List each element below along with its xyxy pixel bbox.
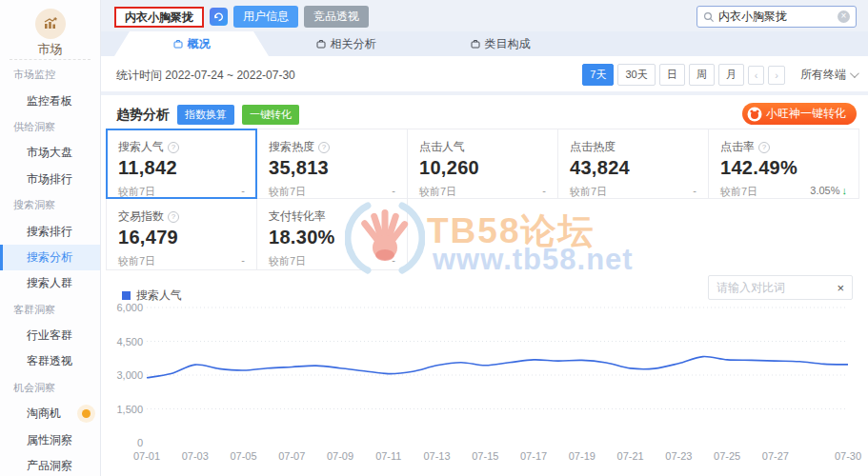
chevron-down-icon — [850, 69, 859, 78]
wangshen-mascot-icon — [747, 107, 762, 122]
x-tick-label: 07-17 — [520, 450, 547, 462]
metric-cards: 搜索人气? 11,842 较前7日- 搜索热度? 35,813 较前7日- 点击… — [106, 129, 863, 270]
one-key-convert-button[interactable]: 一键转化 — [242, 105, 299, 125]
y-tick-label: 0 — [137, 437, 143, 448]
sidebar-section-customer-insight: 客群洞察 — [0, 297, 100, 323]
x-tick-label: 07-27 — [762, 450, 789, 462]
y-tick-label: 1,500 — [116, 404, 143, 415]
sidebar: 市场 市场监控 监控看板 供给洞察 市场大盘 市场排行 搜索洞察 搜索排行 搜索… — [0, 0, 101, 476]
range-month-button[interactable]: 月 — [718, 64, 744, 86]
briefcase-icon — [316, 39, 326, 49]
y-tick-label: 4,500 — [116, 336, 143, 347]
metric-value: 142.49% — [720, 157, 847, 179]
range-day-button[interactable]: 日 — [659, 64, 685, 86]
sidebar-item-search-analysis[interactable]: 搜索分析 — [0, 245, 100, 270]
index-convert-button[interactable]: 指数换算 — [177, 105, 234, 125]
wangshen-convert-button[interactable]: 小旺神一键转化 — [742, 103, 857, 125]
sidebar-item-tao-opportunity[interactable]: 淘商机 — [0, 401, 100, 426]
x-tick-label: 07-01 — [133, 450, 160, 462]
metric-value: 11,842 — [118, 157, 245, 179]
sidebar-item-market-overview[interactable]: 市场大盘 — [0, 140, 100, 166]
sidebar-item-customer-perspective[interactable]: 客群透视 — [0, 348, 100, 374]
x-tick-label: 07-13 — [423, 450, 450, 462]
search-icon — [703, 11, 715, 23]
sidebar-item-industry-customers[interactable]: 行业客群 — [0, 323, 100, 348]
clear-search-icon[interactable]: × — [838, 10, 850, 23]
metric-value: 35,813 — [269, 157, 395, 179]
x-tick-label: 07-19 — [569, 450, 595, 462]
main-area: 内衣小胸聚拢 用户信息 竞品透视 × 概况 相关分析 类目构成 — [101, 0, 868, 476]
app-logo[interactable]: 市场 — [0, 0, 100, 53]
sidebar-section-opportunity-insight: 机会洞察 — [0, 375, 100, 401]
stat-time-label: 统计时间 2022-07-24 ~ 2022-07-30 — [116, 68, 295, 84]
plugin-icon[interactable] — [210, 8, 228, 26]
compare-word-box[interactable]: × — [708, 275, 853, 300]
metric-card-payment-conversion[interactable]: 支付转化率 18.30% 较前7日- — [256, 198, 408, 270]
tab-related-analysis[interactable]: 相关分析 — [269, 31, 423, 56]
info-icon[interactable]: ? — [168, 142, 179, 153]
search-input[interactable] — [718, 10, 834, 24]
x-tick-label: 07-15 — [472, 450, 498, 462]
x-tick-label: 07-25 — [714, 450, 740, 462]
metric-card-click-popularity[interactable]: 点击人气 10,260 较前7日- — [407, 129, 558, 199]
sidebar-item-monitor-board[interactable]: 监控看板 — [0, 88, 100, 113]
sidebar-section-search-insight: 搜索洞察 — [0, 192, 100, 218]
sidebar-item-product-insight[interactable]: 产品洞察 — [0, 453, 100, 476]
x-tick-label: 07-03 — [182, 450, 209, 462]
stats-time-row: 统计时间 2022-07-24 ~ 2022-07-30 7天 30天 日 周 … — [101, 56, 868, 91]
sidebar-divider — [10, 59, 91, 60]
notification-dot — [82, 409, 91, 418]
metric-value: 43,824 — [570, 157, 696, 179]
range-7d-button[interactable]: 7天 — [582, 64, 614, 86]
range-30d-button[interactable]: 30天 — [617, 64, 655, 86]
keyword-search-box[interactable]: × — [696, 6, 857, 28]
x-tick-label: 07-09 — [327, 450, 353, 462]
x-tick-label: 07-05 — [230, 450, 256, 462]
sidebar-section-market-monitor: 市场监控 — [0, 62, 100, 88]
x-tick-label: 07-30 — [835, 450, 861, 462]
metric-value: 10,260 — [419, 157, 546, 179]
range-week-button[interactable]: 周 — [689, 64, 715, 86]
info-icon[interactable]: ? — [758, 142, 770, 153]
competitor-view-button[interactable]: 竞品透视 — [304, 6, 369, 28]
metric-value: 18.30% — [269, 227, 395, 248]
metric-card-click-heat[interactable]: 点击热度 43,824 较前7日- — [557, 129, 709, 199]
legend-swatch — [122, 291, 131, 300]
next-period-button[interactable]: › — [768, 66, 785, 85]
x-tick-label: 07-23 — [665, 450, 692, 462]
clear-compare-icon[interactable]: × — [833, 281, 844, 295]
change-down-icon: ↓ — [842, 185, 848, 196]
user-info-button[interactable]: 用户信息 — [233, 6, 298, 28]
tab-overview[interactable]: 概况 — [114, 31, 269, 56]
info-icon[interactable]: ? — [318, 142, 330, 153]
metric-card-click-rate[interactable]: 点击率? 142.49% 较前7日3.05%↓ — [708, 129, 859, 199]
tab-category-composition[interactable]: 类目构成 — [423, 31, 577, 56]
briefcase-icon — [471, 39, 480, 49]
sidebar-item-market-ranking[interactable]: 市场排行 — [0, 167, 100, 192]
tab-bar: 概况 相关分析 类目构成 — [101, 31, 868, 56]
series-line — [147, 357, 848, 378]
sidebar-section-supply-insight: 供给洞察 — [0, 114, 100, 140]
keyword-highlight-box[interactable]: 内衣小胸聚拢 — [114, 7, 204, 28]
sidebar-item-attribute-insight[interactable]: 属性洞察 — [0, 426, 100, 452]
trend-title: 趋势分析 — [116, 107, 170, 124]
info-icon[interactable]: ? — [168, 211, 179, 223]
x-tick-label: 07-21 — [617, 450, 644, 462]
metric-card-search-popularity[interactable]: 搜索人气? 11,842 较前7日- — [106, 129, 257, 199]
sidebar-item-search-ranking[interactable]: 搜索排行 — [0, 218, 100, 244]
sidebar-item-search-crowd[interactable]: 搜索人群 — [0, 270, 100, 296]
metric-card-search-heat[interactable]: 搜索热度? 35,813 较前7日- — [256, 129, 408, 199]
briefcase-icon — [173, 39, 183, 49]
metric-value: 16,479 — [118, 227, 245, 248]
trend-line-chart: 01,5003,0004,5006,00007-0107-0307-0507-0… — [101, 300, 868, 476]
prev-period-button[interactable]: ‹ — [748, 66, 765, 85]
y-tick-label: 3,000 — [116, 369, 143, 381]
market-logo-icon — [35, 9, 66, 39]
y-tick-label: 6,000 — [116, 302, 143, 313]
x-tick-label: 07-07 — [278, 450, 305, 462]
metric-card-transaction-index[interactable]: 交易指数? 16,479 较前7日- — [106, 198, 257, 270]
terminal-dropdown[interactable]: 所有终端 — [800, 67, 857, 83]
app-logo-label: 市场 — [0, 41, 100, 58]
compare-word-input[interactable] — [717, 281, 833, 294]
x-tick-label: 07-11 — [375, 450, 401, 462]
